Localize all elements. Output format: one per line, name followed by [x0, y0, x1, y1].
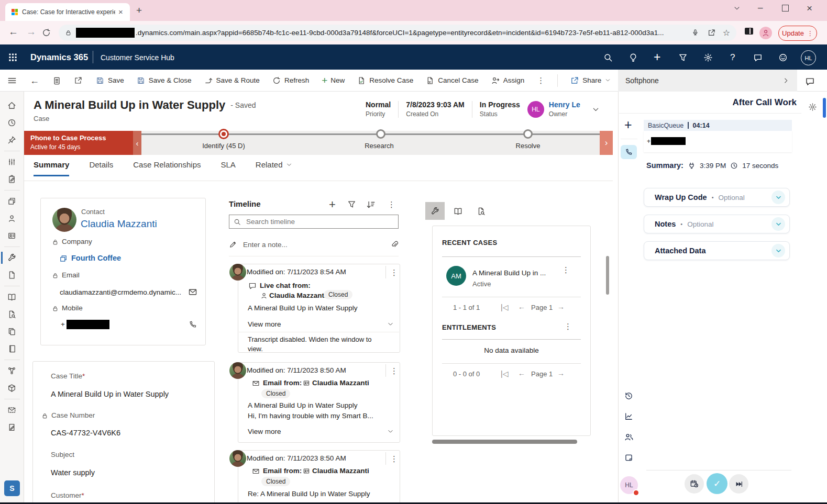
complete-acw-button[interactable]: ✓: [707, 473, 727, 494]
email-value[interactable]: claudiamazzanti@crmdemo.dynamic...: [60, 288, 181, 296]
timeline-filter-icon[interactable]: [347, 200, 356, 209]
skip-acw-button[interactable]: [729, 474, 748, 494]
subject-value[interactable]: Water supply: [51, 468, 95, 477]
entitlements-more-icon[interactable]: ⋮: [564, 322, 572, 330]
sidebar-item-knowledge-articles[interactable]: [7, 288, 16, 306]
expand-chevron-icon[interactable]: [387, 321, 394, 328]
share-button[interactable]: Share: [570, 76, 611, 85]
bookmark-star-icon[interactable]: ☆: [723, 29, 730, 37]
schedule-callback-button[interactable]: [685, 474, 704, 494]
filter-icon[interactable]: [678, 53, 688, 62]
bpf-stage-research-label[interactable]: Research: [353, 142, 405, 150]
entry-subject[interactable]: A Mineral Build Up in Water Supply: [248, 401, 358, 409]
softphone-user-avatar[interactable]: HL: [620, 476, 638, 494]
save-route-button[interactable]: Save & Route: [204, 76, 260, 85]
entry-contact[interactable]: Claudia Mazzanti: [312, 379, 369, 387]
related-tab-knowledge[interactable]: [448, 202, 468, 220]
view-more-link[interactable]: View more: [248, 428, 281, 435]
assign-button[interactable]: Assign: [491, 76, 525, 85]
form-selector-icon[interactable]: [52, 76, 61, 85]
softphone-add-session-button[interactable]: +: [624, 117, 632, 132]
tab-summary[interactable]: Summary: [34, 160, 69, 176]
help-icon[interactable]: ?: [730, 52, 735, 63]
case-title-value[interactable]: A Mineral Build Up in Water Supply: [51, 390, 169, 398]
recent-case-more-icon[interactable]: ⋮: [562, 266, 570, 274]
sidebar-item-home[interactable]: [7, 97, 16, 114]
prev-page-icon[interactable]: ←: [518, 303, 525, 310]
sidebar-item-social-profiles[interactable]: [7, 227, 16, 244]
attached-data-accordion[interactable]: Attached Data: [644, 241, 790, 260]
bpf-stage-resolve-marker[interactable]: [523, 129, 533, 139]
split-screen-icon[interactable]: [745, 28, 753, 35]
related-tab-search[interactable]: [471, 202, 491, 220]
timeline-sort-icon[interactable]: [366, 200, 376, 209]
header-expand-chevron-icon[interactable]: [592, 106, 600, 114]
call-history-icon[interactable]: [624, 391, 633, 400]
sidebar-item-article-templates[interactable]: [7, 323, 16, 340]
timeline-search-input[interactable]: [245, 217, 394, 226]
conversations-chat-icon[interactable]: [805, 76, 815, 86]
share-page-icon[interactable]: [708, 29, 715, 37]
browser-update-button[interactable]: Update ⋮: [778, 26, 817, 41]
browser-back-button[interactable]: ←: [8, 26, 18, 38]
entry-more-icon[interactable]: ⋮: [390, 367, 398, 375]
bpf-stage-resolve-label[interactable]: Resolve: [502, 142, 554, 150]
sidebar-item-accounts[interactable]: [7, 193, 16, 210]
brand-title[interactable]: Dynamics 365: [30, 52, 88, 62]
main-vertical-scrollbar[interactable]: [606, 256, 609, 295]
sidebar-item-products[interactable]: [7, 379, 16, 397]
owner-link[interactable]: Henry Le: [549, 100, 580, 109]
related-tab-tools[interactable]: [425, 202, 445, 220]
stats-chart-icon[interactable]: [624, 412, 633, 421]
quick-create-icon[interactable]: +: [654, 50, 660, 64]
timeline-add-icon[interactable]: +: [329, 198, 336, 211]
notes-chevron[interactable]: [771, 217, 785, 231]
resolve-case-button[interactable]: Resolve Case: [357, 76, 413, 85]
paperclip-icon[interactable]: [390, 240, 399, 249]
smiley-icon[interactable]: [778, 53, 788, 62]
timeline-entry-livechat[interactable]: Modified on: 7/11/2023 8:54 AM ⋮ Live ch…: [238, 264, 400, 353]
softphone-scrollbar[interactable]: [823, 98, 826, 118]
recent-case-title-link[interactable]: A Mineral Build Up in ...: [472, 269, 546, 277]
notes-accordion[interactable]: Notes • Optional: [644, 215, 790, 233]
wrapup-accordion[interactable]: Wrap Up Code • Optional: [644, 188, 790, 207]
softphone-settings-gear-icon[interactable]: [808, 103, 817, 111]
search-icon[interactable]: [603, 53, 613, 62]
first-page-icon[interactable]: |◁: [501, 304, 508, 311]
attached-data-chevron[interactable]: [771, 244, 785, 257]
wrapup-chevron[interactable]: [771, 191, 785, 204]
window-maximize-button[interactable]: [782, 5, 789, 12]
new-button[interactable]: +New: [322, 75, 345, 85]
sidebar-item-email-templates[interactable]: [7, 401, 16, 419]
browser-forward-button[interactable]: →: [26, 26, 36, 38]
softphone-call-session-button[interactable]: [621, 145, 637, 159]
timeline-entry-email-1[interactable]: Modified on: 7/11/2023 8:50 AM ⋮ Email f…: [238, 362, 400, 443]
sidebar-item-pinned[interactable]: [7, 131, 16, 149]
new-tab-button[interactable]: +: [136, 5, 142, 16]
area-switcher-button[interactable]: S: [4, 480, 20, 496]
sidebar-item-recent[interactable]: [7, 114, 16, 131]
sidebar-item-drafts[interactable]: [7, 419, 16, 436]
send-email-icon[interactable]: [188, 287, 197, 297]
mic-icon[interactable]: [691, 29, 699, 37]
prev-page-icon[interactable]: ←: [518, 369, 525, 377]
window-close-button[interactable]: ×: [807, 3, 812, 14]
browser-refresh-button[interactable]: [42, 28, 51, 37]
tab-sla[interactable]: SLA: [220, 160, 235, 176]
next-page-icon[interactable]: →: [557, 303, 565, 310]
sitemap-toggle-icon[interactable]: [7, 76, 17, 85]
entry-contact[interactable]: Claudia Mazzanti: [269, 292, 326, 299]
lightbulb-icon[interactable]: [628, 53, 638, 62]
entry-subject[interactable]: Re: A Mineral Build Up in Water Supply: [248, 490, 370, 498]
back-button[interactable]: ←: [30, 75, 39, 86]
entry-more-icon[interactable]: ⋮: [390, 268, 398, 276]
bpf-collapse-chevron[interactable]: ‹: [133, 131, 141, 155]
tab-case-relationships[interactable]: Case Relationships: [133, 160, 201, 176]
timeline-entry-email-2[interactable]: Modified on: 7/11/2023 8:50 AM ⋮ Email f…: [238, 450, 400, 504]
timeline-search-box[interactable]: [229, 215, 399, 229]
expand-chevron-icon[interactable]: [387, 428, 394, 435]
timeline-more-icon[interactable]: ⋮: [388, 200, 395, 208]
user-avatar[interactable]: HL: [801, 50, 816, 65]
settings-gear-icon[interactable]: [703, 53, 713, 62]
tab-details[interactable]: Details: [89, 160, 113, 176]
